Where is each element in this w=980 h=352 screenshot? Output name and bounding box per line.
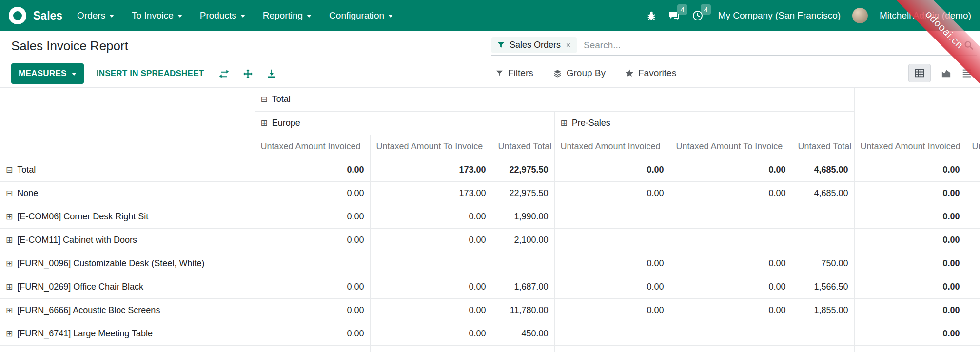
pivot-cell: 2,100.00 xyxy=(492,228,554,252)
filters-menu[interactable]: Filters xyxy=(495,68,533,78)
user-avatar[interactable] xyxy=(852,8,868,23)
col-pre-sales-label: Pre-Sales xyxy=(572,118,610,128)
pivot-cell: 11,780.00 xyxy=(492,298,554,322)
measure-header[interactable]: Untaxed Amount Invoiced xyxy=(255,135,370,158)
flip-axis-icon[interactable] xyxy=(218,68,230,79)
debug-bug-icon[interactable] xyxy=(646,10,657,21)
measure-header[interactable]: Untaxed Amount To Invoice xyxy=(370,135,492,158)
view-switcher xyxy=(908,59,972,87)
row-header[interactable]: None xyxy=(0,181,255,205)
layers-icon xyxy=(553,69,562,78)
col-header-grand-total-empty xyxy=(854,88,980,135)
measure-header[interactable]: Untaxed Total xyxy=(492,135,554,158)
menu-configuration-label: Configuration xyxy=(329,10,384,21)
col-europe-label: Europe xyxy=(272,118,300,128)
pivot-actions: MEASURES INSERT IN SPREADSHEET xyxy=(11,63,277,84)
chevron-down-icon xyxy=(240,15,245,18)
measure-header[interactable]: Untaxed Total xyxy=(792,135,854,158)
pivot-cell xyxy=(966,275,980,298)
pivot-cell xyxy=(792,205,854,228)
row-label: Total xyxy=(17,165,36,175)
pivot-cell xyxy=(966,228,980,252)
pivot-cell: 0.00 xyxy=(554,181,670,205)
graph-view-button[interactable] xyxy=(941,68,952,79)
group-by-menu[interactable]: Group By xyxy=(553,68,606,78)
pivot-cell xyxy=(966,181,980,205)
systray: 4 4 My Company (San Francisco) Mitchell … xyxy=(646,8,971,23)
measure-header[interactable]: Untaxed Amount To Invoice xyxy=(966,135,980,158)
measure-header[interactable]: Untaxed Amount Invoiced xyxy=(854,135,966,158)
menu-orders[interactable]: Orders xyxy=(77,10,114,21)
menu-configuration[interactable]: Configuration xyxy=(329,10,393,21)
app-name[interactable]: Sales xyxy=(33,9,62,22)
row-label: [FURN_6741] Large Meeting Table xyxy=(17,329,153,338)
row-label: None xyxy=(17,188,38,198)
menu-to-invoice-label: To Invoice xyxy=(132,10,174,21)
expand-icon xyxy=(6,282,13,292)
insert-in-spreadsheet-button[interactable]: INSERT IN SPREADSHEET xyxy=(95,64,206,83)
row-header[interactable]: [FURN_0096] Customizable Desk (Steel, Wh… xyxy=(0,252,255,275)
row-header[interactable]: [FURN_0269] Office Chair Black xyxy=(0,275,255,298)
download-icon[interactable] xyxy=(266,68,277,79)
pivot-cell xyxy=(670,205,792,228)
company-switcher[interactable]: My Company (San Francisco) xyxy=(718,10,841,21)
pivot-cell: 0.00 xyxy=(854,275,966,298)
collapse-icon xyxy=(6,188,13,198)
row-header[interactable]: [E-COM06] Corner Desk Right Sit xyxy=(0,205,255,228)
expand-icon xyxy=(6,235,13,245)
odoo-logo-icon[interactable] xyxy=(9,7,26,24)
row-label: [E-COM06] Corner Desk Right Sit xyxy=(17,212,148,221)
pivot-cell: 1,855.00 xyxy=(792,298,854,322)
pivot-cell xyxy=(492,252,554,275)
filters-label: Filters xyxy=(508,68,533,78)
pivot-cell: 0.00 xyxy=(255,275,370,298)
pivot-cell xyxy=(255,252,370,275)
list-view-button[interactable] xyxy=(961,68,972,78)
pivot-cell: 0.00 xyxy=(370,322,492,345)
menu-reporting-label: Reporting xyxy=(263,10,303,21)
pivot-cell: 0.00 xyxy=(370,298,492,322)
row-header[interactable]: [FURN_6666] Acoustic Bloc Screens xyxy=(0,298,255,322)
expand-icon xyxy=(6,258,13,268)
pivot-row: [FURN_6741] Large Meeting Table 0.00 0.0… xyxy=(0,322,980,345)
search-facet: Sales Orders xyxy=(491,37,577,53)
pivot-cell: 0.00 xyxy=(554,275,670,298)
messages-badge[interactable]: 4 xyxy=(677,4,687,15)
col-header-total[interactable]: Total xyxy=(255,88,854,111)
user-menu[interactable]: Mitchell Admin (demo) xyxy=(880,10,971,21)
pivot-cell: 0.00 xyxy=(670,252,792,275)
pivot-view-button[interactable] xyxy=(908,64,931,82)
col-header-europe[interactable]: Europe xyxy=(255,111,554,135)
pivot-cell: 4,685.00 xyxy=(792,181,854,205)
pivot-cell: 1,990.00 xyxy=(492,205,554,228)
pivot-cell xyxy=(966,252,980,275)
search-icon[interactable] xyxy=(963,40,974,51)
menu-products[interactable]: Products xyxy=(200,10,245,21)
pivot-cell: 173.00 xyxy=(370,158,492,181)
search-bar[interactable]: Sales Orders xyxy=(491,35,977,56)
pivot-cell: 0.00 xyxy=(255,322,370,345)
activities-systray[interactable]: 4 xyxy=(692,10,704,21)
pivot-cell: 0.00 xyxy=(370,228,492,252)
row-header[interactable]: [E-COM11] Cabinet with Doors xyxy=(0,228,255,252)
search-options: Filters Group By Favorites xyxy=(495,59,676,87)
expand-all-icon[interactable] xyxy=(242,68,254,79)
star-icon xyxy=(625,69,634,78)
pivot-cell: 0.00 xyxy=(370,205,492,228)
pivot-row: None 0.00 173.00 22,975.50 0.00 0.00 4,6… xyxy=(0,181,980,205)
measure-header[interactable]: Untaxed Amount To Invoice xyxy=(670,135,792,158)
collapse-icon xyxy=(6,165,13,175)
row-header[interactable]: [FURN_6741] Large Meeting Table xyxy=(0,322,255,345)
measure-header[interactable]: Untaxed Amount Invoiced xyxy=(554,135,670,158)
measures-button[interactable]: MEASURES xyxy=(11,63,84,84)
search-input[interactable] xyxy=(584,40,963,51)
expand-icon xyxy=(561,118,568,128)
menu-reporting[interactable]: Reporting xyxy=(263,10,312,21)
col-header-pre-sales[interactable]: Pre-Sales xyxy=(554,111,854,135)
facet-remove-icon[interactable] xyxy=(565,42,571,48)
menu-to-invoice[interactable]: To Invoice xyxy=(132,10,182,21)
favorites-menu[interactable]: Favorites xyxy=(625,68,676,78)
activities-badge[interactable]: 4 xyxy=(701,4,710,15)
messages-systray[interactable]: 4 xyxy=(668,10,680,21)
row-header[interactable]: Total xyxy=(0,158,255,181)
